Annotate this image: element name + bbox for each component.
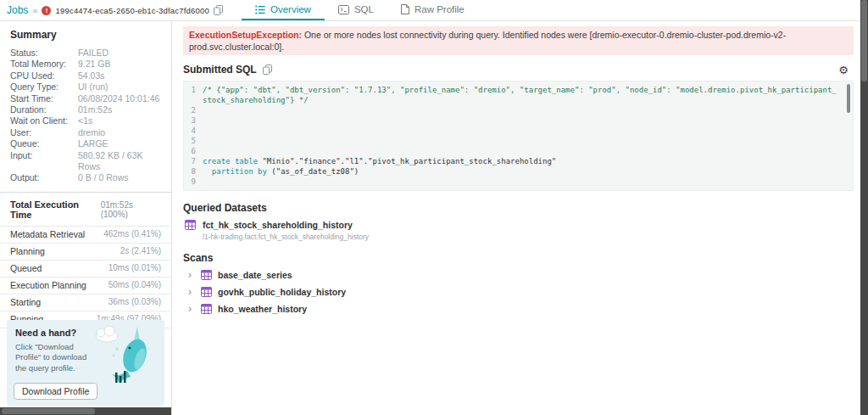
status-value: FAILED (78, 48, 161, 59)
execution-phases: Metadata Retrieval462ms (0.41%) Planning… (0, 226, 171, 328)
top-bar: Jobs » ! 199c4474-eca5-2650-eb1c-3dfac7f… (0, 0, 860, 21)
dataset-name: fct_hk_stock_shareholding_history (203, 220, 369, 231)
summary-sidebar: Summary Status:FAILED Total Memory:9.21 … (0, 21, 172, 415)
breadcrumb-separator: » (32, 5, 37, 15)
copy-sql-icon[interactable] (263, 64, 272, 75)
sql-line: 3 (184, 115, 853, 126)
scan-row-hko-weather-history[interactable]: › hko_weather_history (188, 304, 854, 314)
tab-raw-profile[interactable]: Raw Profile (387, 0, 478, 20)
sql-line: 9 (184, 177, 853, 187)
sql-comment: /* {"app": "dbt", "dbt_version": "1.7.13… (203, 85, 853, 105)
tab-sql[interactable]: SQL (325, 0, 387, 20)
phase-metadata-retrieval: Metadata Retrieval462ms (0.41%) (0, 226, 171, 243)
execution-time-header: Total Execution Time 01m:52s (100%) (0, 199, 171, 226)
scan-row-base-date-series[interactable]: › base_date_series (188, 270, 854, 280)
job-id: 199c4474-eca5-2650-eb1c-3dfac7fd6000 (55, 6, 209, 15)
breadcrumb: Jobs » ! 199c4474-eca5-2650-eb1c-3dfac7f… (0, 0, 223, 20)
scan-table-icon (201, 287, 212, 297)
sql-keyword: create table (203, 157, 262, 165)
tab-sql-label: SQL (354, 4, 374, 14)
jobs-breadcrumb-link[interactable]: Jobs (7, 4, 28, 16)
sql-terminal-icon (338, 5, 349, 14)
sidebar-scrollbar-thumb[interactable] (2, 408, 95, 414)
sql-line: 2 (184, 105, 853, 115)
phase-planning: Planning2s (2.41%) (0, 243, 171, 260)
execution-time-section: Total Execution Time 01m:52s (100%) Meta… (0, 192, 171, 328)
sql-line: 8 partition by ("as_of_date_tz08") (184, 166, 853, 177)
overview-panel: ExecutionSetupException: One or more nod… (173, 21, 860, 415)
page-vertical-scrollbar[interactable] (860, 0, 868, 415)
scan-table-icon (201, 270, 212, 280)
chevron-right-icon[interactable]: › (188, 287, 195, 297)
error-exception-name: ExecutionSetupException: (189, 30, 302, 40)
summary-row-input: Input:580.92 KB / 63K Rows (0, 150, 171, 173)
phase-queued: Queued10ms (0.01%) (0, 260, 171, 277)
summary-row-queue: Queue:LARGE (0, 138, 171, 149)
help-text: Click "Download Profile" to download the… (15, 342, 97, 373)
summary-row-total-memory: Total Memory:9.21 GB (0, 59, 171, 70)
code-scrollbar-thumb[interactable] (847, 84, 850, 113)
queried-datasets-title: Queried Datasets (183, 202, 854, 214)
scan-name: hko_weather_history (218, 304, 307, 314)
summary-row-query-type: Query Type:UI (run) (0, 81, 171, 93)
dataset-path: l1-hk-trading.fact.fct_hk_stock_sharehol… (203, 233, 369, 241)
sql-line: 7create table "Minio"."finance"."l1"."pi… (184, 156, 853, 166)
profile-tabs: Overview SQL Raw Profile (242, 0, 478, 20)
document-icon (401, 4, 409, 14)
scans-title: Scans (183, 252, 854, 264)
sql-line: 6 (184, 146, 853, 156)
summary-row-user: User:dremio (0, 127, 171, 138)
error-banner: ExecutionSetupException: One or more nod… (183, 26, 854, 55)
overview-list-icon (255, 5, 265, 14)
summary-title: Summary (10, 29, 161, 41)
dataset-table-icon (185, 220, 196, 230)
scan-table-icon (201, 304, 212, 314)
help-box: Need a hand? Click "Download Profile" to… (7, 320, 164, 406)
summary-row-start-time: Start Time:06/08/2024 10:01:46 (0, 93, 171, 104)
queried-dataset-row[interactable]: fct_hk_stock_shareholding_history l1-hk-… (185, 220, 854, 241)
submitted-sql-header: Submitted SQL ⚙ (183, 64, 854, 76)
summary-row-status: Status:FAILED (0, 48, 171, 59)
tab-overview[interactable]: Overview (242, 0, 325, 20)
scan-row-govhk-public-holiday-history[interactable]: › govhk_public_holiday_history (188, 287, 854, 297)
chevron-right-icon[interactable]: › (188, 304, 195, 314)
summary-row-cpu-used: CPU Used:54.03s (0, 70, 171, 81)
job-failed-icon: ! (42, 6, 51, 15)
editor-settings-gear-icon[interactable]: ⚙ (838, 64, 849, 76)
sql-line: 1/* {"app": "dbt", "dbt_version": "1.7.1… (184, 85, 853, 105)
sql-line: 4 (184, 126, 853, 136)
sql-identifier: "Minio"."finance"."l1"."pivot_hk_partici… (262, 157, 556, 165)
sidebar-horizontal-scrollbar[interactable] (0, 407, 172, 415)
summary-row-wait-on-client: Wait on Client:<1s (0, 115, 171, 126)
scan-name: govhk_public_holiday_history (218, 287, 346, 297)
sql-line: 5 (184, 136, 853, 146)
sql-keyword: partition by (203, 167, 271, 176)
chevron-right-icon[interactable]: › (188, 270, 195, 280)
scan-name: base_date_series (218, 270, 292, 280)
jobs-profile-page: Jobs » ! 199c4474-eca5-2650-eb1c-3dfac7f… (0, 0, 868, 415)
copy-job-id-icon[interactable] (214, 5, 223, 15)
execution-time-total: 01m:52s (100%) (101, 200, 161, 219)
tab-raw-profile-label: Raw Profile (415, 4, 465, 14)
phase-starting: Starting36ms (0.03%) (0, 294, 171, 311)
download-profile-button[interactable]: Download Profile (14, 383, 97, 400)
summary-row-duration: Duration:01m:52s (0, 104, 171, 115)
summary-rows: Status:FAILED Total Memory:9.21 GB CPU U… (0, 48, 171, 184)
narwhal-illustration (90, 323, 163, 384)
sql-code-editor[interactable]: 1/* {"app": "dbt", "dbt_version": "1.7.1… (183, 81, 854, 191)
submitted-sql-title: Submitted SQL (183, 64, 257, 76)
page-scrollbar-thumb[interactable] (861, 0, 867, 81)
execution-time-title: Total Execution Time (10, 199, 101, 220)
phase-execution-planning: Execution Planning50ms (0.04%) (0, 277, 171, 294)
sql-identifier: ("as_of_date_tz08") (271, 167, 359, 176)
dataset-info: fct_hk_stock_shareholding_history l1-hk-… (203, 220, 369, 241)
summary-row-output: Output:0 B / 0 Rows (0, 172, 171, 183)
tab-overview-label: Overview (270, 4, 311, 14)
